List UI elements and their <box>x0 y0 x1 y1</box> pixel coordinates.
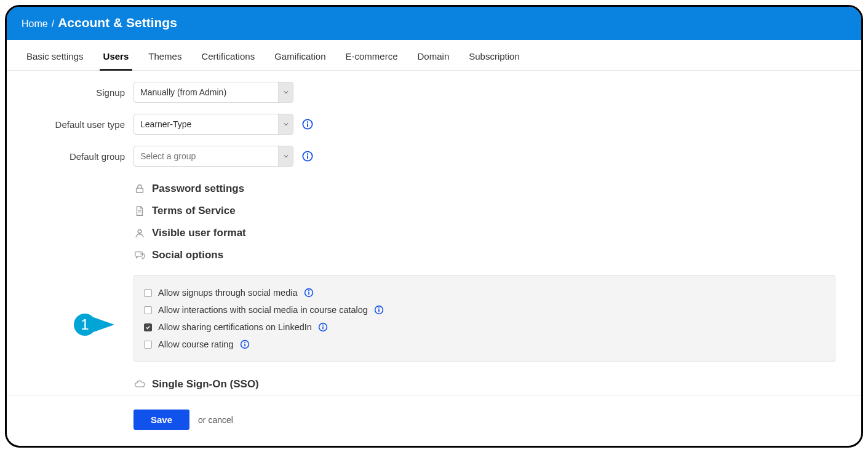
checkbox-allow-social-interactions[interactable] <box>144 306 152 314</box>
option-label: Allow signups through social media <box>158 288 298 298</box>
option-label: Allow sharing certifications on LinkedIn <box>158 322 312 332</box>
row-signup: Signup Manually (from Admin) <box>18 82 850 103</box>
breadcrumb-home[interactable]: Home <box>22 18 48 30</box>
or-text: or <box>198 415 208 425</box>
document-icon <box>133 205 146 217</box>
svg-rect-15 <box>378 309 380 312</box>
svg-point-17 <box>322 325 324 326</box>
section-label: Social options <box>152 249 223 261</box>
section-label: Visible user format <box>152 227 246 239</box>
chat-icon <box>133 249 146 261</box>
tab-themes[interactable]: Themes <box>138 40 191 70</box>
svg-rect-5 <box>307 156 308 159</box>
info-icon[interactable] <box>302 151 313 162</box>
svg-point-11 <box>308 290 309 291</box>
svg-point-20 <box>244 342 245 343</box>
info-icon[interactable] <box>318 322 328 332</box>
save-button[interactable]: Save <box>133 410 189 430</box>
select-default-user-type[interactable]: Learner-Type <box>133 114 293 135</box>
checkbox-allow-social-signups[interactable] <box>144 289 152 297</box>
tab-certifications[interactable]: Certifications <box>191 40 265 70</box>
footer-bar: Save or cancel <box>7 395 861 446</box>
tab-basic-settings[interactable]: Basic settings <box>17 40 94 70</box>
cancel-link[interactable]: cancel <box>208 415 233 425</box>
social-options-panel: Allow signups through social media Allow… <box>133 275 835 362</box>
section-password-settings[interactable]: Password settings <box>133 178 835 200</box>
select-signup[interactable]: Manually (from Admin) <box>133 82 293 103</box>
svg-point-9 <box>138 229 141 233</box>
section-label: Terms of Service <box>152 205 236 217</box>
svg-rect-21 <box>244 344 245 347</box>
section-label: Single Sign-On (SSO) <box>152 378 259 390</box>
label-default-group: Default group <box>18 151 133 162</box>
cloud-icon <box>133 378 146 390</box>
info-icon[interactable] <box>374 305 384 315</box>
user-icon <box>133 227 146 239</box>
checkbox-allow-linkedin-sharing[interactable] <box>144 323 152 331</box>
svg-point-1 <box>307 121 309 123</box>
label-signup: Signup <box>18 87 133 98</box>
section-list: Password settings Terms of Service Visib… <box>18 178 850 395</box>
cancel-line: or cancel <box>198 415 233 425</box>
label-default-user-type: Default user type <box>18 119 133 130</box>
tabs-bar: Basic settings Users Themes Certificatio… <box>7 40 861 71</box>
chevron-down-icon <box>278 146 293 166</box>
tab-subscription[interactable]: Subscription <box>459 40 530 70</box>
option-label: Allow course rating <box>158 339 234 349</box>
section-social-options[interactable]: Social options <box>133 244 835 266</box>
tab-users[interactable]: Users <box>94 40 139 70</box>
svg-rect-6 <box>137 188 143 192</box>
option-allow-linkedin-sharing: Allow sharing certifications on LinkedIn <box>144 319 825 336</box>
svg-rect-2 <box>307 124 308 127</box>
select-signup-value: Manually (from Admin) <box>134 87 278 97</box>
select-default-group[interactable]: Select a group <box>133 146 293 167</box>
chevron-down-icon <box>278 114 293 134</box>
settings-window: Home / Account & Settings Basic settings… <box>5 5 863 448</box>
section-label: Password settings <box>152 183 244 195</box>
tab-gamification[interactable]: Gamification <box>265 40 335 70</box>
info-icon[interactable] <box>302 119 313 130</box>
breadcrumb-page-title: Account & Settings <box>58 15 177 30</box>
select-default-user-type-value: Learner-Type <box>134 119 278 129</box>
section-visible-user-format[interactable]: Visible user format <box>133 222 835 244</box>
section-sso[interactable]: Single Sign-On (SSO) <box>133 373 835 395</box>
info-icon[interactable] <box>240 339 250 349</box>
lock-icon <box>133 183 146 195</box>
checkbox-allow-course-rating[interactable] <box>144 341 152 349</box>
row-default-user-type: Default user type Learner-Type <box>18 114 850 135</box>
option-label: Allow interactions with social media in … <box>158 305 368 315</box>
form-area: Signup Manually (from Admin) Default use… <box>7 71 861 395</box>
section-terms-of-service[interactable]: Terms of Service <box>133 200 835 222</box>
breadcrumb-separator: / <box>52 18 54 30</box>
svg-point-14 <box>378 307 380 309</box>
option-allow-social-interactions: Allow interactions with social media in … <box>144 301 825 319</box>
tab-domain[interactable]: Domain <box>408 40 460 70</box>
option-allow-course-rating: Allow course rating <box>144 336 825 353</box>
option-allow-social-signups: Allow signups through social media <box>144 284 825 301</box>
info-icon[interactable] <box>304 288 314 298</box>
svg-point-4 <box>307 153 309 155</box>
svg-rect-12 <box>308 292 309 295</box>
select-default-group-placeholder: Select a group <box>134 151 278 161</box>
tab-ecommerce[interactable]: E-commerce <box>336 40 408 70</box>
header-bar: Home / Account & Settings <box>7 7 861 40</box>
row-default-group: Default group Select a group <box>18 146 850 167</box>
svg-rect-18 <box>322 327 324 330</box>
chevron-down-icon <box>278 82 293 102</box>
